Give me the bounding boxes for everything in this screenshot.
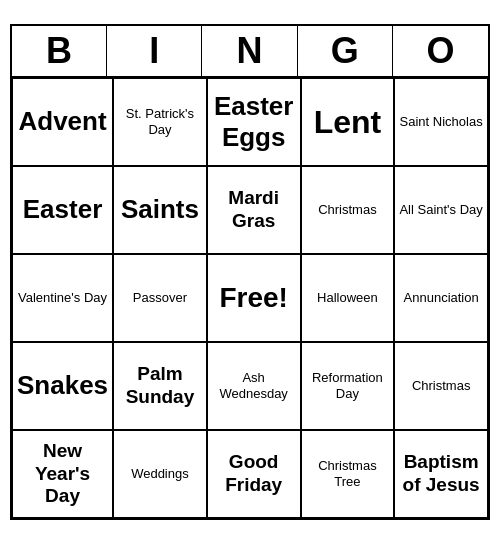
cell-r3-c2: Ash Wednesday [207,342,301,430]
cell-r2-c4: Annunciation [394,254,488,342]
cell-r2-c2: Free! [207,254,301,342]
header-letter-b: B [12,26,107,76]
cell-r4-c2: Good Friday [207,430,301,518]
cell-r2-c1: Passover [113,254,207,342]
header-letter-i: I [107,26,202,76]
cell-r1-c3: Christmas [301,166,395,254]
bingo-header: BINGO [12,26,488,78]
cell-r4-c1: Weddings [113,430,207,518]
cell-r2-c3: Halloween [301,254,395,342]
cell-r1-c1: Saints [113,166,207,254]
cell-r0-c1: St. Patrick's Day [113,78,207,166]
cell-r4-c3: Christmas Tree [301,430,395,518]
cell-r4-c0: New Year's Day [12,430,113,518]
cell-r0-c2: Easter Eggs [207,78,301,166]
cell-r0-c3: Lent [301,78,395,166]
header-letter-g: G [298,26,393,76]
cell-r0-c4: Saint Nicholas [394,78,488,166]
cell-r3-c3: Reformation Day [301,342,395,430]
bingo-grid: AdventSt. Patrick's DayEaster EggsLentSa… [12,78,488,518]
cell-r4-c4: Baptism of Jesus [394,430,488,518]
header-letter-n: N [202,26,297,76]
cell-r2-c0: Valentine's Day [12,254,113,342]
cell-r3-c1: Palm Sunday [113,342,207,430]
cell-r0-c0: Advent [12,78,113,166]
header-letter-o: O [393,26,488,76]
cell-r3-c4: Christmas [394,342,488,430]
bingo-card: BINGO AdventSt. Patrick's DayEaster Eggs… [10,24,490,520]
cell-r3-c0: Snakes [12,342,113,430]
cell-r1-c4: All Saint's Day [394,166,488,254]
cell-r1-c0: Easter [12,166,113,254]
cell-r1-c2: Mardi Gras [207,166,301,254]
